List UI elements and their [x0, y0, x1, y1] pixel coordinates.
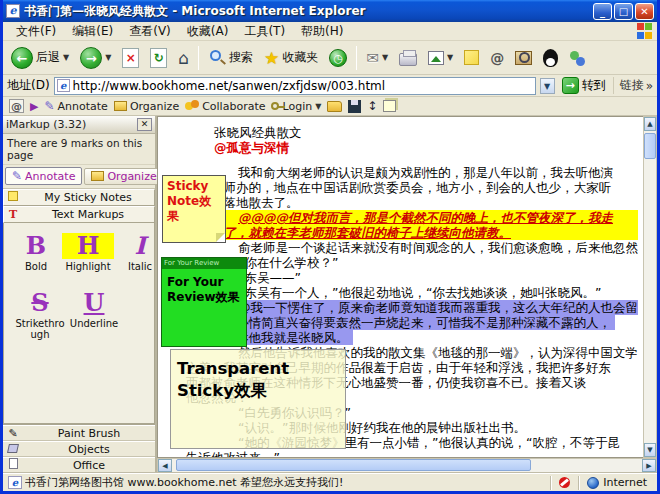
for-your-review-note[interactable]: For Your Review For Your Review效果 [161, 257, 247, 347]
research-button[interactable] [511, 49, 536, 67]
tool-highlight[interactable]: H Highlight [62, 233, 114, 272]
imarkup-toolbar: @ ▶ ✎ Annotate Organize Collaborate Logi… [3, 97, 657, 116]
pointer-tool-icon[interactable]: ▶ [30, 100, 38, 113]
save-icon[interactable] [348, 100, 361, 113]
pencil-icon: ✎ [12, 169, 22, 183]
links-label: 链接 [620, 77, 644, 94]
toolbar-separator [198, 46, 199, 70]
content-line: “你在什么学校？” [186, 255, 643, 270]
content-line: 零零落落地散去了。 [186, 195, 643, 210]
section-paint-brush[interactable]: ✎ Paint Brush [3, 425, 155, 441]
blocked-icon [559, 477, 570, 488]
mail-button[interactable]: ✉ ▼ [362, 47, 392, 69]
browser-window: e 书香门第—张晓风经典散文 - Microsoft Internet Expl… [0, 0, 660, 494]
horizontal-scrollbar[interactable]: ◀ ▶ [157, 458, 657, 473]
internet-globe-icon [587, 477, 599, 489]
menu-favorites[interactable]: 收藏(A) [180, 21, 236, 42]
scroll-right-icon[interactable]: ▶ [642, 459, 656, 472]
menu-help[interactable]: 帮助(H) [294, 21, 350, 42]
vertical-scrollbar[interactable]: ▲ ▼ [643, 116, 657, 458]
tab-annotate[interactable]: ✎ Annotate [5, 167, 82, 185]
imarkup-button[interactable]: @ [486, 48, 508, 68]
sticky-note-icon [464, 50, 479, 65]
sidebar-title: iMarkup (3.32) [6, 118, 137, 131]
horizontal-scroll-track[interactable] [172, 459, 642, 472]
status-bar: e 书香门第网络图书馆 www.bookhome.net 希望您永远支持我们! … [3, 473, 657, 491]
content-wrap: 张晓风经典散文@孤意与深情我和俞大纲老师的认识是颇为戏剧性的，那是八年以前，我去… [157, 116, 657, 458]
login-button[interactable]: Login ▼ [271, 100, 321, 113]
minimize-button[interactable]: _ [593, 3, 612, 20]
content-line: @我一下愣住了，原来俞老师竟知道我而器重我，这么大年纪的人也会留 [186, 300, 638, 315]
home-button[interactable]: ⌂ [174, 46, 193, 70]
sort-icon[interactable]: ↕ [367, 99, 377, 113]
imarkup-at-icon[interactable]: @ [9, 99, 24, 113]
print-button[interactable] [395, 47, 421, 68]
highlight-icon: H [62, 233, 114, 259]
sidebar-close-button[interactable]: ✕ [137, 118, 152, 131]
section-office[interactable]: Office [3, 457, 155, 473]
address-input[interactable]: e http://www.bookhome.net/sanwen/zxfjdsw… [54, 77, 536, 95]
menu-tools[interactable]: 工具(T) [237, 21, 292, 42]
edit-dropdown-icon[interactable]: ▼ [447, 53, 453, 62]
transparent-note-text: Transparent Sticky效果 [177, 359, 289, 400]
collaborate-button[interactable]: Collaborate [185, 100, 265, 113]
qq-button[interactable] [539, 47, 562, 69]
imarkup-sidebar: iMarkup (3.32) ✕ There are 9 marks on th… [3, 116, 157, 473]
section-text-markups[interactable]: T Text Markups [3, 206, 155, 223]
page-content: 张晓风经典散文@孤意与深情我和俞大纲老师的认识是颇为戏剧性的，那是八年以前，我去… [157, 116, 643, 458]
search-button[interactable]: 搜索 [204, 47, 257, 69]
scroll-up-icon[interactable]: ▲ [644, 117, 656, 131]
tool-row-2: S Strikethrough U Underline [12, 290, 122, 340]
go-arrow-icon: → [562, 77, 579, 94]
sidebar-tabs: ✎ Annotate Organize [3, 165, 155, 189]
edit-button[interactable]: ▼ [424, 49, 457, 67]
address-dropdown-icon[interactable]: ▼ [540, 78, 555, 94]
scroll-left-icon[interactable]: ◀ [158, 459, 172, 472]
back-button[interactable]: ← 后退 ▼ [7, 45, 73, 71]
forward-dropdown-icon[interactable]: ▼ [105, 53, 111, 62]
address-label: 地址(D) [7, 77, 50, 94]
organize-button[interactable]: Organize [114, 100, 179, 113]
messenger-button[interactable] [565, 48, 589, 68]
content-line: @@@@但对我而言，那是个截然不同的晚上，也不管夜深了，我走 [186, 210, 638, 225]
tool-underline[interactable]: U Underline [68, 290, 120, 340]
horizontal-scroll-thumb[interactable] [176, 459, 531, 471]
sticky-note-tool-button[interactable] [460, 48, 483, 67]
refresh-button[interactable]: ↻ [146, 46, 171, 70]
sticky-note-annotation[interactable]: Sticky Note效果 [162, 175, 226, 243]
tab-organize-label: Organize [107, 170, 156, 183]
vertical-scroll-thumb[interactable] [644, 133, 656, 159]
back-dropdown-icon[interactable]: ▼ [63, 53, 69, 62]
annotate-button[interactable]: ✎ Annotate [44, 99, 107, 113]
search-icon [208, 49, 226, 67]
go-button[interactable]: → 转到 [559, 77, 609, 94]
links-bar[interactable]: 链接 » [613, 77, 653, 94]
close-button[interactable]: ✕ [635, 3, 654, 20]
menu-view[interactable]: 查看(V) [122, 21, 178, 42]
links-chevron-icon: » [646, 79, 653, 93]
transparent-sticky-note[interactable]: Transparent Sticky效果 [170, 349, 346, 449]
stop-button[interactable]: × [118, 46, 143, 70]
status-zone-pane: Internet [578, 476, 655, 490]
mail-dropdown-icon[interactable]: ▼ [382, 53, 388, 62]
import-folder-icon[interactable] [327, 101, 342, 112]
maximize-button[interactable]: □ [614, 3, 633, 20]
login-dropdown-icon[interactable]: ▼ [315, 102, 321, 111]
print-icon [399, 53, 417, 66]
scroll-down-icon[interactable]: ▼ [644, 443, 656, 457]
section-objects[interactable]: Objects [3, 441, 155, 457]
section-my-sticky-notes[interactable]: My Sticky Notes [3, 189, 155, 206]
status-page-icon: e [8, 476, 22, 489]
favorites-button[interactable]: ★ 收藏夹 [260, 46, 322, 70]
forward-button[interactable]: → ▼ [76, 45, 115, 71]
paint-brush-icon: ✎ [3, 427, 23, 440]
copy-icon[interactable] [383, 100, 396, 112]
history-button[interactable]: ◷ [325, 47, 351, 69]
vertical-scroll-track[interactable] [644, 131, 656, 443]
menu-file[interactable]: 文件(F) [9, 21, 63, 42]
tab-organize[interactable]: Organize [84, 168, 163, 185]
menu-edit[interactable]: 编辑(E) [65, 21, 120, 42]
tool-bold[interactable]: B Bold [10, 233, 62, 272]
tool-strikethrough[interactable]: S Strikethrough [14, 290, 66, 340]
address-url[interactable]: http://www.bookhome.net/sanwen/zxfjdsw/0… [73, 79, 533, 93]
